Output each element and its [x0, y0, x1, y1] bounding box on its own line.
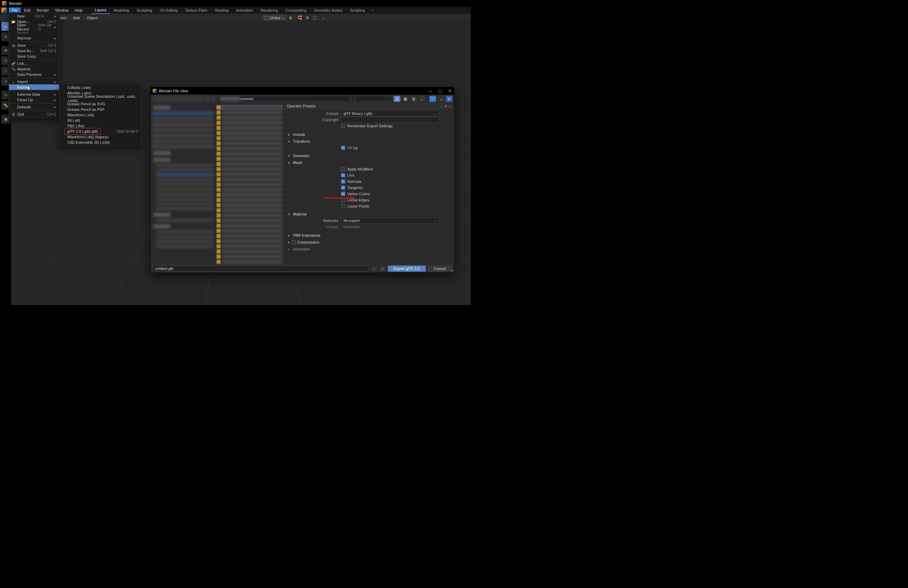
- header-add[interactable]: Add: [71, 16, 82, 20]
- materials-dropdown[interactable]: No export: [341, 217, 439, 224]
- file-row[interactable]: [217, 182, 282, 187]
- blender-logo-icon[interactable]: [2, 8, 7, 13]
- file-row[interactable]: [217, 223, 282, 228]
- nav-buttons-blurred[interactable]: [211, 96, 216, 102]
- uvs-checkbox[interactable]: ✓UVs: [341, 172, 452, 178]
- nav-buttons-blurred[interactable]: [205, 96, 210, 102]
- blurred-bookmark[interactable]: [156, 202, 214, 206]
- section-geometry[interactable]: ▾Geometry: [286, 152, 452, 159]
- file-row[interactable]: [217, 156, 282, 161]
- blurred-bookmark[interactable]: [156, 218, 214, 222]
- header-object[interactable]: Object: [85, 16, 100, 20]
- menu-item-open-recent[interactable]: Open RecentShift Ctrl O▸: [9, 24, 59, 30]
- format-dropdown[interactable]: glTF Binary (.glb): [341, 111, 439, 117]
- export-stl[interactable]: Stl (.stl): [60, 118, 142, 123]
- normals-checkbox[interactable]: ✓Normals: [341, 178, 452, 185]
- loose-edges-checkbox[interactable]: Loose Edges: [341, 197, 452, 203]
- increment-button[interactable]: +: [380, 265, 386, 272]
- path-input[interactable]: uments\: [217, 96, 350, 102]
- file-row[interactable]: [217, 177, 282, 182]
- view-options-dropdown[interactable]: ⌄: [418, 96, 425, 102]
- blurred-bookmark[interactable]: [152, 133, 214, 138]
- export-wavefront[interactable]: Wavefront (.obj): [60, 112, 142, 118]
- file-row[interactable]: [217, 244, 282, 249]
- view-grid-small-icon[interactable]: ▦: [402, 96, 409, 102]
- blurred-bookmark[interactable]: [156, 244, 214, 248]
- copyright-input[interactable]: [341, 117, 439, 123]
- file-row[interactable]: [217, 167, 282, 172]
- file-row[interactable]: [217, 115, 282, 120]
- add-preset-button[interactable]: +: [445, 104, 447, 108]
- tab-shading[interactable]: Shading: [211, 7, 232, 14]
- settings-icon[interactable]: ⚙: [446, 96, 452, 102]
- blurred-bookmark[interactable]: [152, 138, 214, 143]
- section-transform[interactable]: ▾Transform: [286, 138, 452, 145]
- menu-help[interactable]: Help: [72, 8, 85, 13]
- file-row[interactable]: [217, 120, 282, 125]
- resize-handle-icon[interactable]: ◢: [451, 268, 453, 272]
- menu-item-defaults[interactable]: Defaults▸: [9, 104, 59, 110]
- file-row[interactable]: [217, 172, 282, 177]
- file-row[interactable]: [217, 110, 282, 115]
- menu-item-revert[interactable]: Revert: [9, 30, 59, 35]
- vertex-colors-checkbox[interactable]: ✓Vertex Colors: [341, 191, 452, 197]
- file-row[interactable]: [217, 151, 282, 156]
- export-usd[interactable]: Universal Scene Description (.usd, .usdc…: [60, 96, 142, 101]
- remember-settings-checkbox[interactable]: Remember Export Settings: [341, 123, 452, 129]
- file-row[interactable]: [217, 125, 282, 130]
- export-x3d[interactable]: X3D Extensible 3D (.x3d): [60, 140, 142, 145]
- blurred-bookmark[interactable]: [156, 192, 214, 196]
- pivot-icon[interactable]: ◐: [288, 14, 295, 21]
- search-input[interactable]: ⌕: [351, 96, 392, 102]
- tab-modeling[interactable]: Modeling: [111, 7, 133, 14]
- blurred-bookmark[interactable]: [156, 207, 214, 210]
- filter-icon[interactable]: ▽: [429, 96, 436, 102]
- blurred-bookmark[interactable]: [156, 197, 214, 201]
- view-grid-large-icon[interactable]: ⊞: [410, 96, 417, 102]
- file-row[interactable]: [217, 131, 282, 135]
- tab-sculpting[interactable]: Sculpting: [133, 7, 155, 14]
- menu-item-save-as[interactable]: Save As...Shift Ctrl S: [9, 48, 59, 53]
- blurred-bookmark[interactable]: [156, 178, 214, 182]
- section-material[interactable]: ▾Material: [286, 210, 452, 217]
- blurred-bookmark[interactable]: [156, 187, 214, 191]
- file-row[interactable]: [217, 136, 282, 141]
- tab-animation[interactable]: Animation: [233, 7, 256, 14]
- menu-item-data-previews[interactable]: Data Previews▸: [9, 72, 59, 77]
- export-wavefront-legacy[interactable]: Wavefront (.obj) (legacy): [60, 134, 142, 140]
- file-row[interactable]: [217, 218, 282, 223]
- header-select[interactable]: lect: [58, 16, 68, 20]
- tab-layout[interactable]: Layout: [92, 6, 110, 14]
- blurred-bookmark[interactable]: [156, 239, 214, 244]
- section-include[interactable]: ▸Include: [286, 131, 452, 138]
- file-row[interactable]: [217, 146, 282, 151]
- view-list-icon[interactable]: ☰: [394, 96, 401, 102]
- remove-preset-button[interactable]: −: [449, 104, 451, 108]
- section-pbr[interactable]: ▸PBR Extensions: [286, 232, 452, 239]
- blurred-bookmark[interactable]: [156, 163, 214, 167]
- menu-item-import[interactable]: ⭳Import▸: [9, 79, 59, 84]
- menu-item-quit[interactable]: ⏻QuitCtrl Q: [9, 111, 59, 117]
- minimize-button[interactable]: —: [428, 89, 433, 93]
- filename-input[interactable]: untitled.glb: [153, 265, 369, 272]
- blurred-bookmark[interactable]: [152, 122, 214, 127]
- file-row[interactable]: [217, 254, 282, 259]
- tab-texture-paint[interactable]: Texture Paint: [182, 7, 210, 14]
- menu-item-export[interactable]: ⭱Export▸: [9, 84, 59, 90]
- file-row[interactable]: [217, 105, 282, 110]
- menu-item-new[interactable]: ▫NewCtrl N▸: [9, 13, 59, 19]
- file-row[interactable]: [217, 234, 282, 238]
- file-row[interactable]: [217, 203, 282, 207]
- section-animation[interactable]: ▸Animation: [286, 246, 452, 252]
- tab-uv-editing[interactable]: UV Editing: [156, 7, 181, 14]
- export-button[interactable]: Export glTF 2.0: [388, 265, 426, 272]
- file-row[interactable]: [217, 249, 282, 254]
- y-up-checkbox[interactable]: ✓+Y Up: [341, 145, 452, 151]
- tab-rendering[interactable]: Rendering: [257, 7, 282, 14]
- decrement-button[interactable]: −: [371, 265, 377, 272]
- snap-icon[interactable]: 🧲: [296, 14, 303, 21]
- menu-item-recover[interactable]: Recover▸: [9, 35, 59, 41]
- nav-buttons-blurred[interactable]: [152, 96, 203, 102]
- tab-compositing[interactable]: Compositing: [282, 7, 310, 14]
- export-collada[interactable]: Collada (.dae): [60, 85, 142, 90]
